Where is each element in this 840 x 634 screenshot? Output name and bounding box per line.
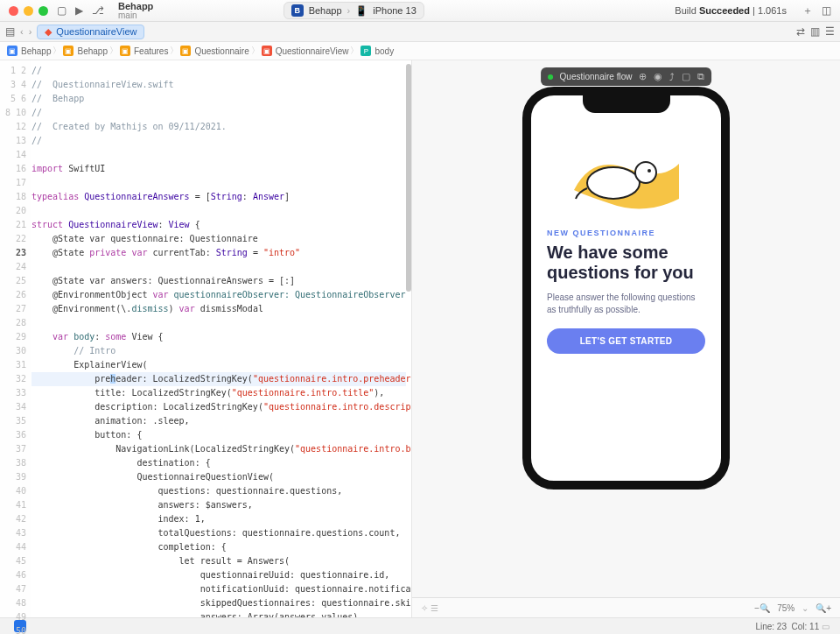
editor-scrollbar[interactable] — [406, 60, 411, 617]
active-tab-label: QuestionnaireView — [56, 26, 136, 37]
pin-preview-icon[interactable]: ✧ ☰ — [421, 603, 438, 613]
folder-icon: ▣ — [120, 46, 130, 56]
cta-button[interactable]: LET'S GET STARTED — [547, 328, 705, 354]
illustration — [547, 125, 705, 229]
forward-button[interactable]: › — [29, 26, 32, 37]
cursor-col: Col: 11 — [792, 622, 820, 631]
device-icon: 📱 — [355, 5, 368, 17]
stop-button[interactable]: ⎇ — [92, 4, 104, 17]
cursor-line: Line: 23 — [755, 622, 787, 631]
chevron-right-icon: › — [347, 5, 351, 16]
assistant-icon[interactable]: ⇄ — [796, 25, 805, 38]
breadcrumb[interactable]: ▣Behapp 〉 ▣Behapp 〉 ▣Features 〉 ▣Questio… — [0, 42, 840, 60]
inspect-icon[interactable]: ▢ — [682, 71, 690, 82]
add-icon[interactable]: ＋ — [802, 4, 813, 18]
editor-options-icon[interactable]: ☰ — [825, 25, 835, 38]
folder-icon: ▣ — [180, 46, 191, 56]
library-icon[interactable]: ◫ — [822, 4, 831, 17]
build-status: Build Succeeded | 1.061s — [675, 5, 787, 16]
canvas-zoom-bar: ✧ ☰ −🔍 75% ⌄ 🔍+ — [412, 597, 840, 617]
preview-canvas[interactable]: Questionnaire flow ⊕ ◉ ⤴ ▢ ⧉ — [412, 60, 840, 617]
toolbar: ▢ ▶ ⎇ Behapp main B Behapp › 📱 iPhone 13… — [0, 0, 840, 22]
line-gutter: 1 2 3 4 5 6 8 10 12 13 14 16 17 18 20 21… — [0, 60, 32, 617]
preview-body: Please answer the following questions as… — [547, 292, 705, 316]
zoom-window-icon[interactable] — [38, 6, 48, 16]
duplicate-icon[interactable]: ⧉ — [697, 71, 704, 82]
zoom-level[interactable]: 75% — [777, 603, 794, 613]
preview-screen: NEW QUESTIONNAIRE We have some questions… — [531, 95, 721, 481]
chevron-down-icon[interactable]: ⌄ — [802, 603, 808, 613]
canvas-toolbar: Questionnaire flow ⊕ ◉ ⤴ ▢ ⧉ — [541, 67, 712, 86]
minimize-window-icon[interactable] — [24, 6, 33, 16]
property-icon: P — [360, 46, 371, 56]
close-window-icon[interactable] — [9, 6, 18, 16]
window-controls — [9, 6, 48, 16]
run-destination[interactable]: B Behapp › 📱 iPhone 13 — [284, 2, 424, 19]
related-items-icon[interactable]: ▤ — [5, 25, 15, 38]
scheme-selector[interactable]: Behapp main — [118, 2, 153, 20]
device-preview: NEW QUESTIONNAIRE We have some questions… — [522, 87, 730, 490]
preview-preheader: NEW QUESTIONNAIRE — [547, 229, 705, 237]
app-icon: B — [291, 4, 304, 17]
svg-point-0 — [587, 167, 640, 199]
device-settings-icon[interactable]: ⤴ — [669, 72, 675, 82]
source-editor[interactable]: 1 2 3 4 5 6 8 10 12 13 14 16 17 18 20 21… — [0, 60, 412, 617]
tab-device-name: iPhone 13 — [373, 5, 416, 16]
tab-app-name: Behapp — [309, 5, 342, 16]
zoom-out-icon[interactable]: −🔍 — [754, 603, 770, 613]
canvas-title: Questionnaire flow — [560, 72, 633, 81]
project-icon: ▣ — [7, 46, 18, 56]
code-content[interactable]: // // QuestionnaireView.swift // Behapp … — [32, 60, 411, 617]
svg-point-2 — [648, 169, 651, 173]
swift-file-icon: ▣ — [262, 46, 272, 56]
live-indicator-icon — [548, 74, 553, 80]
minimap-icon[interactable]: ▥ — [810, 25, 820, 38]
status-menu-icon[interactable]: ▭ — [822, 622, 830, 631]
swift-icon: ◆ — [45, 26, 52, 38]
back-button[interactable]: ‹ — [20, 26, 24, 37]
svg-point-1 — [635, 162, 656, 183]
sidebar-toggle-icon[interactable]: ▢ — [57, 4, 66, 17]
pin-icon[interactable]: ⊕ — [639, 71, 647, 82]
scheme-branch: main — [118, 11, 153, 20]
zoom-in-icon[interactable]: 🔍+ — [816, 603, 831, 613]
scheme-name: Behapp — [118, 2, 153, 11]
variants-icon[interactable]: ◉ — [654, 71, 662, 82]
status-bar: Line: 23 Col: 11 ▭ — [0, 617, 840, 634]
run-button[interactable]: ▶ — [75, 4, 83, 17]
preview-title: We have some questions for you — [547, 243, 705, 283]
active-tab[interactable]: ◆ QuestionnaireView — [37, 25, 144, 39]
device-notch — [583, 94, 670, 113]
folder-icon: ▣ — [63, 46, 74, 56]
editor-tabbar: ▤ ‹ › ◆ QuestionnaireView ⇄ ▥ ☰ — [0, 22, 840, 42]
